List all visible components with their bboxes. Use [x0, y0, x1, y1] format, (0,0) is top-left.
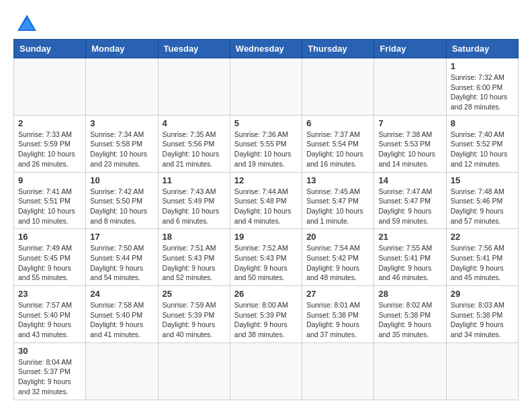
calendar-cell: [374, 342, 446, 400]
weekday-header-friday: Friday: [374, 40, 446, 58]
day-info: Sunrise: 7:42 AM Sunset: 5:50 PM Dayligh…: [90, 187, 153, 226]
day-number: 4: [163, 118, 226, 128]
calendar-cell: [86, 58, 158, 116]
day-number: 24: [90, 289, 153, 299]
calendar-cell: [158, 58, 230, 116]
calendar-cell: 17Sunrise: 7:50 AM Sunset: 5:44 PM Dayli…: [86, 229, 158, 286]
calendar-cell: [230, 342, 302, 400]
calendar-cell: 5Sunrise: 7:36 AM Sunset: 5:55 PM Daylig…: [230, 115, 302, 172]
weekday-header-tuesday: Tuesday: [158, 40, 230, 58]
day-number: 17: [90, 232, 153, 242]
day-info: Sunrise: 7:34 AM Sunset: 5:58 PM Dayligh…: [90, 130, 153, 169]
page-header: [13, 13, 519, 32]
day-number: 27: [306, 289, 369, 299]
weekday-header-saturday: Saturday: [446, 40, 518, 58]
day-info: Sunrise: 7:32 AM Sunset: 6:00 PM Dayligh…: [451, 73, 514, 112]
day-number: 15: [451, 175, 514, 185]
day-info: Sunrise: 7:56 AM Sunset: 5:41 PM Dayligh…: [451, 243, 514, 283]
day-number: 29: [451, 289, 514, 299]
day-info: Sunrise: 7:48 AM Sunset: 5:46 PM Dayligh…: [451, 187, 514, 226]
day-info: Sunrise: 7:51 AM Sunset: 5:43 PM Dayligh…: [163, 243, 226, 283]
calendar-cell: 19Sunrise: 7:52 AM Sunset: 5:43 PM Dayli…: [230, 229, 302, 286]
calendar-cell: 21Sunrise: 7:55 AM Sunset: 5:41 PM Dayli…: [374, 229, 446, 286]
day-info: Sunrise: 8:03 AM Sunset: 5:38 PM Dayligh…: [451, 300, 514, 340]
calendar-cell: [374, 58, 446, 116]
day-number: 30: [18, 346, 81, 356]
day-info: Sunrise: 7:40 AM Sunset: 5:52 PM Dayligh…: [451, 130, 514, 169]
day-number: 23: [18, 289, 81, 299]
day-number: 25: [163, 289, 226, 299]
day-info: Sunrise: 7:54 AM Sunset: 5:42 PM Dayligh…: [306, 243, 369, 283]
day-number: 18: [163, 232, 226, 242]
calendar-cell: 8Sunrise: 7:40 AM Sunset: 5:52 PM Daylig…: [446, 115, 518, 172]
calendar-cell: 3Sunrise: 7:34 AM Sunset: 5:58 PM Daylig…: [86, 115, 158, 172]
day-number: 5: [234, 118, 298, 128]
calendar-cell: 30Sunrise: 8:04 AM Sunset: 5:37 PM Dayli…: [14, 342, 86, 400]
calendar-cell: 4Sunrise: 7:35 AM Sunset: 5:56 PM Daylig…: [158, 115, 230, 172]
calendar-cell: 25Sunrise: 7:59 AM Sunset: 5:39 PM Dayli…: [158, 286, 230, 343]
day-info: Sunrise: 8:00 AM Sunset: 5:39 PM Dayligh…: [234, 300, 298, 340]
calendar-cell: 16Sunrise: 7:49 AM Sunset: 5:45 PM Dayli…: [14, 229, 86, 286]
calendar-cell: 9Sunrise: 7:41 AM Sunset: 5:51 PM Daylig…: [14, 172, 86, 229]
day-info: Sunrise: 7:37 AM Sunset: 5:54 PM Dayligh…: [306, 130, 369, 169]
day-number: 26: [234, 289, 298, 299]
day-number: 20: [306, 232, 369, 242]
weekday-header-thursday: Thursday: [302, 40, 374, 58]
day-number: 19: [234, 232, 298, 242]
day-info: Sunrise: 7:57 AM Sunset: 5:40 PM Dayligh…: [18, 300, 81, 340]
day-number: 21: [378, 232, 441, 242]
day-number: 9: [18, 175, 81, 185]
calendar-week-row: 16Sunrise: 7:49 AM Sunset: 5:45 PM Dayli…: [14, 229, 519, 286]
calendar-cell: [302, 342, 374, 400]
calendar-week-row: 2Sunrise: 7:33 AM Sunset: 5:59 PM Daylig…: [14, 115, 519, 172]
calendar-cell: 7Sunrise: 7:38 AM Sunset: 5:53 PM Daylig…: [374, 115, 446, 172]
day-info: Sunrise: 8:04 AM Sunset: 5:37 PM Dayligh…: [18, 357, 81, 397]
calendar-cell: [86, 342, 158, 400]
day-info: Sunrise: 7:36 AM Sunset: 5:55 PM Dayligh…: [234, 130, 298, 169]
day-info: Sunrise: 7:50 AM Sunset: 5:44 PM Dayligh…: [90, 243, 153, 283]
day-info: Sunrise: 7:47 AM Sunset: 5:47 PM Dayligh…: [378, 187, 441, 226]
calendar-cell: [14, 58, 86, 116]
calendar-week-row: 9Sunrise: 7:41 AM Sunset: 5:51 PM Daylig…: [14, 172, 519, 229]
calendar-cell: 18Sunrise: 7:51 AM Sunset: 5:43 PM Dayli…: [158, 229, 230, 286]
calendar-cell: [446, 342, 518, 400]
calendar-cell: 14Sunrise: 7:47 AM Sunset: 5:47 PM Dayli…: [374, 172, 446, 229]
day-number: 2: [18, 118, 81, 128]
calendar-cell: 26Sunrise: 8:00 AM Sunset: 5:39 PM Dayli…: [230, 286, 302, 343]
day-number: 7: [378, 118, 441, 128]
calendar-week-row: 30Sunrise: 8:04 AM Sunset: 5:37 PM Dayli…: [14, 342, 519, 400]
calendar-cell: 11Sunrise: 7:43 AM Sunset: 5:49 PM Dayli…: [158, 172, 230, 229]
calendar-cell: 6Sunrise: 7:37 AM Sunset: 5:54 PM Daylig…: [302, 115, 374, 172]
day-number: 6: [306, 118, 369, 128]
day-number: 12: [234, 175, 298, 185]
calendar-cell: 2Sunrise: 7:33 AM Sunset: 5:59 PM Daylig…: [14, 115, 86, 172]
day-info: Sunrise: 7:55 AM Sunset: 5:41 PM Dayligh…: [378, 243, 441, 283]
day-info: Sunrise: 7:59 AM Sunset: 5:39 PM Dayligh…: [163, 300, 226, 340]
day-number: 1: [451, 61, 514, 71]
weekday-header-sunday: Sunday: [14, 40, 86, 58]
day-number: 14: [378, 175, 441, 185]
day-info: Sunrise: 7:35 AM Sunset: 5:56 PM Dayligh…: [163, 130, 226, 169]
calendar-cell: 12Sunrise: 7:44 AM Sunset: 5:48 PM Dayli…: [230, 172, 302, 229]
calendar-week-row: 23Sunrise: 7:57 AM Sunset: 5:40 PM Dayli…: [14, 286, 519, 343]
day-info: Sunrise: 8:02 AM Sunset: 5:38 PM Dayligh…: [378, 300, 441, 340]
calendar-cell: 1Sunrise: 7:32 AM Sunset: 6:00 PM Daylig…: [446, 58, 518, 116]
calendar-week-row: 1Sunrise: 7:32 AM Sunset: 6:00 PM Daylig…: [14, 58, 519, 116]
day-number: 22: [451, 232, 514, 242]
day-info: Sunrise: 7:44 AM Sunset: 5:48 PM Dayligh…: [234, 187, 298, 226]
calendar-cell: [158, 342, 230, 400]
day-info: Sunrise: 7:45 AM Sunset: 5:47 PM Dayligh…: [306, 187, 369, 226]
weekday-header-row: SundayMondayTuesdayWednesdayThursdayFrid…: [14, 40, 519, 58]
weekday-header-wednesday: Wednesday: [230, 40, 302, 58]
calendar-cell: 27Sunrise: 8:01 AM Sunset: 5:38 PM Dayli…: [302, 286, 374, 343]
calendar-cell: 10Sunrise: 7:42 AM Sunset: 5:50 PM Dayli…: [86, 172, 158, 229]
logo-area: [13, 13, 38, 32]
day-info: Sunrise: 7:41 AM Sunset: 5:51 PM Dayligh…: [18, 187, 81, 226]
calendar-cell: [302, 58, 374, 116]
calendar-cell: 15Sunrise: 7:48 AM Sunset: 5:46 PM Dayli…: [446, 172, 518, 229]
day-number: 11: [163, 175, 226, 185]
day-info: Sunrise: 7:33 AM Sunset: 5:59 PM Dayligh…: [18, 130, 81, 169]
calendar-cell: 23Sunrise: 7:57 AM Sunset: 5:40 PM Dayli…: [14, 286, 86, 343]
calendar-table: SundayMondayTuesdayWednesdayThursdayFrid…: [13, 39, 519, 400]
calendar-cell: 29Sunrise: 8:03 AM Sunset: 5:38 PM Dayli…: [446, 286, 518, 343]
